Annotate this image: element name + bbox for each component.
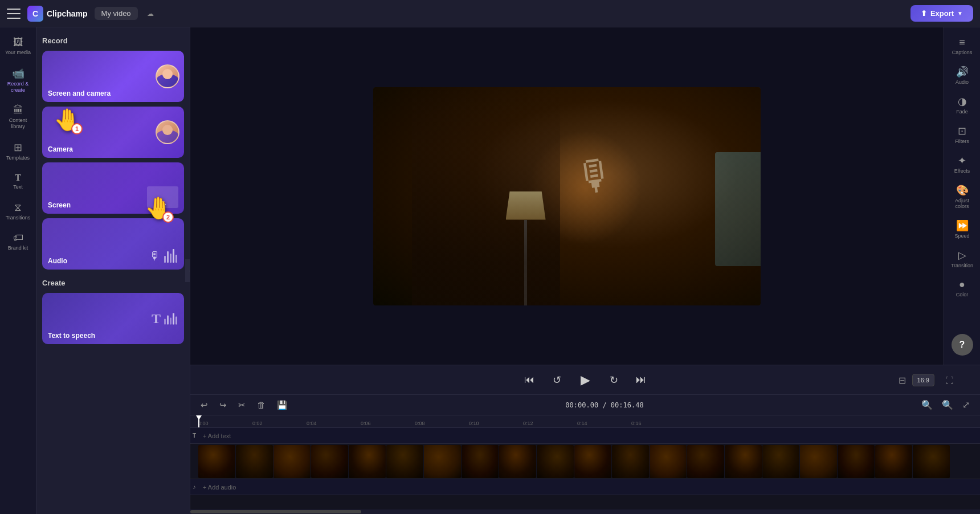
- help-button[interactable]: ?: [952, 334, 973, 356]
- video-thumb: [687, 445, 724, 478]
- zoom-fit-button[interactable]: ⤢: [959, 398, 973, 411]
- screen-and-camera-card[interactable]: Screen and camera: [42, 51, 184, 102]
- save-button[interactable]: 💾: [273, 398, 291, 413]
- video-strip: [198, 445, 980, 478]
- text-to-speech-card[interactable]: Text to speech T: [42, 293, 184, 344]
- create-section-title: Create: [42, 279, 184, 287]
- rewind-button[interactable]: ↺: [546, 370, 567, 390]
- sidebar-item-brand-kit[interactable]: 🏷 Brand kit: [2, 227, 34, 256]
- sidebar-item-templates[interactable]: ⊞ Templates: [2, 137, 34, 166]
- video-thumb: [574, 445, 611, 478]
- sidebar-item-transitions[interactable]: ⧖ Transitions: [2, 197, 34, 226]
- microphone-visual: 🎙: [571, 150, 619, 202]
- audio-track: ♪ + Add audio: [190, 479, 980, 495]
- video-thumb: [273, 445, 311, 478]
- skip-back-button[interactable]: ⏮: [519, 370, 540, 390]
- cursor-deco: ↖: [161, 199, 167, 207]
- text-icon: T: [15, 173, 21, 183]
- right-properties-panel: ≡ Captions 🔊 Audio ◑ Fade ⊡ Filters ✦: [944, 27, 980, 365]
- audio-card[interactable]: Audio 🎙: [42, 218, 184, 270]
- sidebar-label-transitions: Transitions: [6, 215, 31, 221]
- video-thumb: [311, 445, 348, 478]
- time-display-wrapper: 00:00.00 / 00:16.48: [296, 401, 913, 409]
- play-button[interactable]: ▶: [574, 369, 597, 391]
- text-track-icon: T: [190, 433, 198, 439]
- ruler-mark-3: 0:06: [361, 421, 415, 427]
- captions-icon: ≡: [959, 36, 965, 48]
- screen-and-camera-label: Screen and camera: [48, 89, 111, 97]
- skip-forward-icon: ⏭: [636, 374, 646, 386]
- video-thumb: [537, 445, 574, 478]
- add-audio-button[interactable]: + Add audio: [198, 484, 240, 491]
- export-button[interactable]: ⬆ Export ▼: [910, 5, 973, 22]
- timeline-ruler: 0:00 0:02 0:04 0:06 0:08 0:10 0:12 0:14 …: [190, 415, 980, 428]
- effects-label: Effects: [954, 168, 970, 174]
- redo-button[interactable]: ↪: [216, 398, 230, 413]
- filters-button[interactable]: ⊡ Filters: [946, 120, 978, 149]
- video-thumb: [725, 445, 762, 478]
- video-thumb: [612, 445, 649, 478]
- video-thumb: [198, 445, 235, 478]
- timeline-toolbar: ↩ ↪ ✂ 🗑 💾 00:00.00 / 00:16.48 🔍 🔍: [190, 395, 980, 415]
- forward-icon: ↻: [610, 374, 618, 386]
- export-label: Export: [930, 9, 954, 18]
- playback-controls: 16:9 ⊟ ⛶ ⏮ ↺ ▶ ↻ ⏭: [190, 365, 980, 394]
- record-section-title: Record: [42, 36, 184, 45]
- your-media-icon: 🖼: [13, 36, 23, 48]
- menu-icon[interactable]: [7, 7, 21, 21]
- cut-button[interactable]: ✂: [235, 398, 249, 413]
- skip-forward-button[interactable]: ⏭: [631, 370, 651, 390]
- fade-label: Fade: [956, 109, 968, 115]
- video-thumb: [650, 445, 687, 478]
- app-logo: C Clipchamp: [27, 6, 88, 22]
- playhead: [198, 415, 199, 427]
- effects-button[interactable]: ✦ Effects: [946, 150, 978, 178]
- zoom-out-icon: 🔍: [921, 400, 933, 410]
- ruler-mark-2: 0:04: [307, 421, 361, 427]
- video-thumb: [236, 445, 273, 478]
- speed-button[interactable]: ⏩ Speed: [946, 215, 978, 243]
- camera-card[interactable]: Camera: [42, 107, 184, 158]
- ruler-mark-7: 0:14: [577, 421, 631, 427]
- transitions-icon: ⧖: [14, 202, 22, 214]
- ruler-mark-6: 0:12: [523, 421, 577, 427]
- panel-collapse-button[interactable]: ‹: [185, 259, 190, 282]
- captions-toggle[interactable]: ⊟: [899, 374, 906, 385]
- sidebar-item-content-library[interactable]: 🏛 Content library: [2, 100, 34, 134]
- zoom-in-button[interactable]: 🔍: [938, 398, 957, 411]
- aspect-ratio-button[interactable]: 16:9: [912, 374, 934, 386]
- transition-prop-button[interactable]: ▷ Transition: [946, 244, 978, 273]
- screen-card[interactable]: Screen ↖: [42, 162, 184, 214]
- delete-button[interactable]: 🗑: [254, 398, 269, 412]
- sidebar-item-record[interactable]: 📹 Record & create: [2, 63, 34, 98]
- fullscreen-button[interactable]: ⛶: [945, 375, 954, 385]
- filters-icon: ⊡: [958, 125, 966, 137]
- camera-deco: [156, 107, 184, 158]
- color-button[interactable]: ● Color: [946, 274, 978, 302]
- record-panel: Record Screen and camera Camera: [36, 27, 190, 514]
- sidebar-item-text[interactable]: T Text: [2, 168, 34, 195]
- center-right-wrapper: 🎙 ≡ Captions 🔊 Audio ◑ F: [190, 27, 980, 514]
- add-text-button[interactable]: + Add text: [198, 433, 235, 439]
- audio-prop-button[interactable]: 🔊 Audio: [946, 61, 978, 89]
- sidebar-label-text: Text: [13, 184, 23, 190]
- sidebar-item-your-media[interactable]: 🖼 Your media: [2, 32, 34, 60]
- zoom-fit-icon: ⤢: [962, 400, 970, 410]
- video-thumb: [499, 445, 536, 478]
- video-row: 🎙 ≡ Captions 🔊 Audio ◑ F: [190, 27, 980, 365]
- forward-button[interactable]: ↻: [603, 370, 624, 390]
- video-title[interactable]: My video: [95, 7, 138, 20]
- captions-button[interactable]: ≡ Captions: [946, 32, 978, 60]
- sidebar-label-templates: Templates: [6, 155, 30, 161]
- audio-label: Audio: [48, 257, 67, 265]
- scrollbar-thumb[interactable]: [190, 510, 361, 513]
- filters-label: Filters: [955, 138, 969, 144]
- screen-label: Screen: [48, 201, 71, 209]
- adjust-colors-button[interactable]: 🎨 Adjust colors: [946, 180, 978, 214]
- zoom-out-button[interactable]: 🔍: [918, 398, 936, 411]
- undo-button[interactable]: ↩: [197, 398, 211, 413]
- sidebar-label-brand-kit: Brand kit: [8, 245, 28, 251]
- zoom-in-icon: 🔍: [942, 400, 953, 410]
- skip-back-icon: ⏮: [524, 374, 534, 386]
- fade-button[interactable]: ◑ Fade: [946, 91, 978, 119]
